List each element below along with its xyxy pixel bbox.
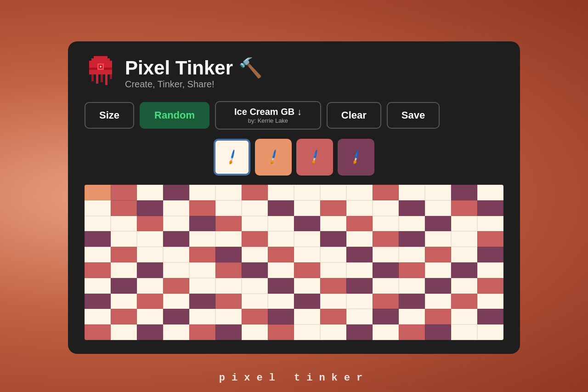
pixel-cell[interactable] — [451, 231, 477, 247]
pixel-cell[interactable] — [320, 231, 346, 247]
pixel-cell[interactable] — [477, 262, 503, 278]
pixel-cell[interactable] — [215, 247, 242, 262]
pixel-cell[interactable] — [163, 324, 189, 340]
pixel-cell[interactable] — [399, 294, 425, 309]
pixel-cell[interactable] — [163, 185, 189, 200]
pixel-cell[interactable] — [111, 278, 137, 294]
pixel-cell[interactable] — [215, 185, 242, 200]
pixel-cell[interactable] — [425, 185, 451, 200]
pixel-cell[interactable] — [399, 278, 425, 294]
pixel-cell[interactable] — [451, 278, 477, 294]
pixel-cell[interactable] — [268, 324, 294, 340]
pixel-cell[interactable] — [373, 216, 399, 232]
pixel-cell[interactable] — [189, 278, 215, 294]
pixel-cell[interactable] — [189, 324, 215, 340]
pixel-cell[interactable] — [137, 294, 163, 309]
pixel-cell[interactable] — [320, 262, 346, 278]
pixel-cell[interactable] — [399, 185, 425, 200]
pixel-cell[interactable] — [373, 185, 399, 200]
pixel-cell[interactable] — [242, 231, 268, 247]
pixel-cell[interactable] — [346, 185, 373, 200]
pixel-cell[interactable] — [85, 278, 111, 294]
pixel-cell[interactable] — [268, 231, 294, 247]
pixel-cell[interactable] — [451, 247, 477, 262]
pixel-cell[interactable] — [399, 324, 425, 340]
pixel-cell[interactable] — [268, 247, 294, 262]
pixel-cell[interactable] — [294, 247, 320, 262]
pixel-cell[interactable] — [399, 200, 425, 216]
pixel-cell[interactable] — [163, 278, 189, 294]
pixel-cell[interactable] — [346, 294, 373, 309]
pixel-cell[interactable] — [242, 216, 268, 232]
pixel-cell[interactable] — [346, 324, 373, 340]
pixel-cell[interactable] — [163, 309, 189, 324]
pixel-cell[interactable] — [425, 324, 451, 340]
pixel-cell[interactable] — [85, 231, 111, 247]
pixel-cell[interactable] — [137, 185, 163, 200]
pixel-cell[interactable] — [111, 324, 137, 340]
pixel-cell[interactable] — [294, 231, 320, 247]
random-button[interactable]: Random — [140, 102, 209, 129]
pixel-cell[interactable] — [373, 200, 399, 216]
clear-button[interactable]: Clear — [327, 102, 381, 129]
pixel-cell[interactable] — [425, 262, 451, 278]
pixel-cell[interactable] — [477, 185, 503, 200]
pixel-cell[interactable] — [320, 200, 346, 216]
pixel-cell[interactable] — [373, 324, 399, 340]
pixel-cell[interactable] — [242, 294, 268, 309]
pixel-cell[interactable] — [137, 200, 163, 216]
pixel-cell[interactable] — [268, 216, 294, 232]
pixel-cell[interactable] — [373, 278, 399, 294]
pixel-cell[interactable] — [294, 185, 320, 200]
pixel-cell[interactable] — [425, 309, 451, 324]
pixel-cell[interactable] — [268, 262, 294, 278]
pixel-cell[interactable] — [268, 185, 294, 200]
pixel-cell[interactable] — [137, 309, 163, 324]
pixel-cell[interactable] — [189, 231, 215, 247]
pixel-cell[interactable] — [425, 231, 451, 247]
pixel-cell[interactable] — [163, 231, 189, 247]
pixel-cell[interactable] — [215, 294, 242, 309]
pixel-cell[interactable] — [268, 200, 294, 216]
pixel-cell[interactable] — [268, 309, 294, 324]
pixel-cell[interactable] — [85, 262, 111, 278]
pixel-cell[interactable] — [189, 309, 215, 324]
pixel-cell[interactable] — [242, 309, 268, 324]
pixel-cell[interactable] — [242, 200, 268, 216]
pixel-cell[interactable] — [189, 185, 215, 200]
pixel-cell[interactable] — [215, 278, 242, 294]
pixel-cell[interactable] — [346, 262, 373, 278]
pixel-cell[interactable] — [294, 294, 320, 309]
pixel-cell[interactable] — [268, 294, 294, 309]
pixel-cell[interactable] — [399, 262, 425, 278]
pixel-cell[interactable] — [425, 294, 451, 309]
size-button[interactable]: Size — [85, 102, 134, 129]
pixel-cell[interactable] — [346, 247, 373, 262]
pixel-cell[interactable] — [215, 200, 242, 216]
pixel-cell[interactable] — [320, 294, 346, 309]
pixel-grid[interactable] — [85, 185, 503, 340]
pixel-cell[interactable] — [242, 324, 268, 340]
pixel-cell[interactable] — [320, 185, 346, 200]
pixel-cell[interactable] — [477, 216, 503, 232]
swatch-0[interactable]: 🖌️ — [214, 139, 250, 176]
pixel-cell[interactable] — [137, 262, 163, 278]
swatch-3[interactable]: 🖌️ — [338, 139, 374, 176]
pixel-cell[interactable] — [425, 216, 451, 232]
pixel-cell[interactable] — [189, 262, 215, 278]
pixel-cell[interactable] — [137, 324, 163, 340]
pixel-cell[interactable] — [137, 247, 163, 262]
pixel-cell[interactable] — [477, 309, 503, 324]
pixel-cell[interactable] — [373, 294, 399, 309]
pixel-cell[interactable] — [294, 278, 320, 294]
pixel-cell[interactable] — [163, 216, 189, 232]
pixel-cell[interactable] — [294, 216, 320, 232]
pixel-cell[interactable] — [215, 216, 242, 232]
pixel-cell[interactable] — [425, 278, 451, 294]
pixel-cell[interactable] — [320, 216, 346, 232]
pixel-cell[interactable] — [320, 324, 346, 340]
pixel-cell[interactable] — [111, 309, 137, 324]
pixel-cell[interactable] — [85, 216, 111, 232]
pixel-cell[interactable] — [85, 309, 111, 324]
pixel-cell[interactable] — [137, 231, 163, 247]
